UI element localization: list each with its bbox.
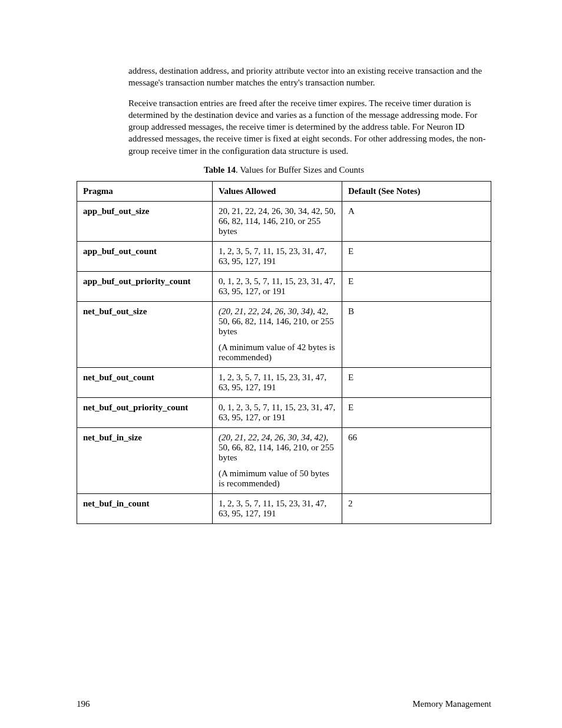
cell-values: 0, 1, 2, 3, 5, 7, 11, 15, 23, 31, 47, 63… xyxy=(213,271,342,301)
cell-values: 1, 2, 3, 5, 7, 11, 15, 23, 31, 47, 63, 9… xyxy=(213,367,342,397)
cell-pragma: net_buf_in_count xyxy=(77,493,213,523)
cell-default: A xyxy=(342,201,491,241)
table-row: net_buf_out_priority_count 0, 1, 2, 3, 5… xyxy=(77,397,491,427)
table-row: net_buf_in_count 1, 2, 3, 5, 7, 11, 15, … xyxy=(77,493,491,523)
page: address, destination address, and priori… xyxy=(0,0,562,728)
cell-pragma: app_buf_out_count xyxy=(77,241,213,271)
cell-values-note: (A mimimum value of 50 bytes is recommen… xyxy=(219,469,336,489)
col-header-values: Values Allowed xyxy=(213,181,342,201)
cell-default: E xyxy=(342,271,491,301)
col-header-default: Default (See Notes) xyxy=(342,181,491,201)
cell-values: 1, 2, 3, 5, 7, 11, 15, 23, 31, 47, 63, 9… xyxy=(213,493,342,523)
cell-pragma: net_buf_in_size xyxy=(77,427,213,493)
cell-values: 20, 21, 22, 24, 26, 30, 34, 42, 50, 66, … xyxy=(213,201,342,241)
cell-values: (20, 21, 22, 24, 26, 30, 34, 42), 50, 66… xyxy=(213,427,342,493)
section-title: Memory Management xyxy=(412,699,491,709)
table-caption: Table 14. Values for Buffer Sizes and Co… xyxy=(77,165,491,175)
cell-values-note: (A minimum value of 42 bytes is recommen… xyxy=(219,342,336,363)
cell-values-italic: (20, 21, 22, 24, 26, 30, 34, 42) xyxy=(219,433,326,442)
page-number: 196 xyxy=(77,699,90,709)
table-caption-rest: . Values for Buffer Sizes and Counts xyxy=(236,165,364,174)
cell-default: 66 xyxy=(342,427,491,493)
cell-pragma: net_buf_out_priority_count xyxy=(77,397,213,427)
cell-pragma: net_buf_out_count xyxy=(77,367,213,397)
cell-default: E xyxy=(342,367,491,397)
cell-values: (20, 21, 22, 24, 26, 30, 34), 42, 50, 66… xyxy=(213,301,342,367)
table-row: net_buf_in_size (20, 21, 22, 24, 26, 30,… xyxy=(77,427,491,493)
cell-values: 0, 1, 2, 3, 5, 7, 11, 15, 23, 31, 47, 63… xyxy=(213,397,342,427)
cell-default: 2 xyxy=(342,493,491,523)
buffer-table: Pragma Values Allowed Default (See Notes… xyxy=(77,181,491,524)
cell-values-italic: (20, 21, 22, 24, 26, 30, 34) xyxy=(219,307,313,316)
cell-default: E xyxy=(342,241,491,271)
paragraph-1: address, destination address, and priori… xyxy=(128,65,491,89)
cell-default: B xyxy=(342,301,491,367)
table-row: app_buf_out_count 1, 2, 3, 5, 7, 11, 15,… xyxy=(77,241,491,271)
footer: 196 Memory Management xyxy=(77,699,491,709)
table-header-row: Pragma Values Allowed Default (See Notes… xyxy=(77,181,491,201)
cell-pragma: app_buf_out_size xyxy=(77,201,213,241)
cell-values: 1, 2, 3, 5, 7, 11, 15, 23, 31, 47, 63, 9… xyxy=(213,241,342,271)
table-row: net_buf_out_count 1, 2, 3, 5, 7, 11, 15,… xyxy=(77,367,491,397)
col-header-pragma: Pragma xyxy=(77,181,213,201)
table-row: net_buf_out_size (20, 21, 22, 24, 26, 30… xyxy=(77,301,491,367)
table-caption-label: Table 14 xyxy=(204,165,236,174)
cell-pragma: net_buf_out_size xyxy=(77,301,213,367)
cell-pragma: app_buf_out_priority_count xyxy=(77,271,213,301)
table-row: app_buf_out_priority_count 0, 1, 2, 3, 5… xyxy=(77,271,491,301)
table-row: app_buf_out_size 20, 21, 22, 24, 26, 30,… xyxy=(77,201,491,241)
paragraph-2: Receive transaction entries are freed af… xyxy=(128,97,491,157)
cell-default: E xyxy=(342,397,491,427)
